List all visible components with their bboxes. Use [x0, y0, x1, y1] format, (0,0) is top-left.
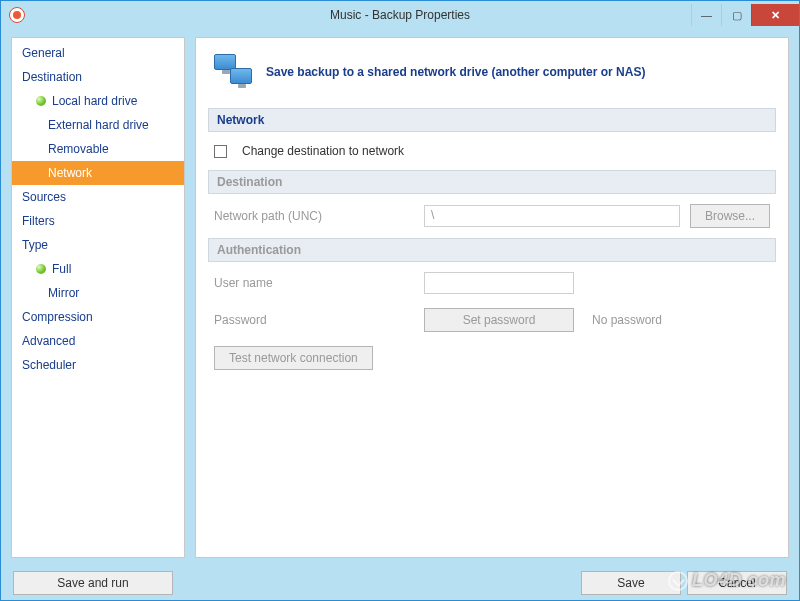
change-destination-row: Change destination to network [208, 138, 776, 164]
sidebar-item-type[interactable]: Type [12, 233, 184, 257]
network-path-input[interactable]: \ [424, 205, 680, 227]
network-path-row: Network path (UNC) \ Browse... [208, 200, 776, 232]
browse-button[interactable]: Browse... [690, 204, 770, 228]
sidebar-item-label: Advanced [22, 334, 75, 348]
set-password-button[interactable]: Set password [424, 308, 574, 332]
password-row: Password Set password No password [208, 304, 776, 336]
sidebar-item-sources[interactable]: Sources [12, 185, 184, 209]
sidebar-item-label: Full [52, 262, 71, 276]
sidebar-item-external-hard-drive[interactable]: External hard drive [12, 113, 184, 137]
titlebar: Music - Backup Properties — ▢ ✕ [1, 1, 799, 29]
sidebar-item-label: Mirror [48, 286, 79, 300]
sidebar-item-label: External hard drive [48, 118, 149, 132]
watermark-icon [668, 571, 688, 591]
sidebar-item-label: Scheduler [22, 358, 76, 372]
sidebar-item-removable[interactable]: Removable [12, 137, 184, 161]
sidebar-item-label: Type [22, 238, 48, 252]
sidebar-item-advanced[interactable]: Advanced [12, 329, 184, 353]
test-connection-button[interactable]: Test network connection [214, 346, 373, 370]
save-and-run-button[interactable]: Save and run [13, 571, 173, 595]
test-connection-row: Test network connection [208, 342, 776, 374]
app-icon [9, 7, 25, 23]
sidebar-item-full[interactable]: Full [12, 257, 184, 281]
sidebar-item-label: Sources [22, 190, 66, 204]
minimize-button[interactable]: — [691, 4, 721, 26]
watermark: LO4D.com [668, 570, 786, 591]
panel-header: Save backup to a shared network drive (a… [208, 46, 776, 102]
panel-header-text: Save backup to a shared network drive (a… [266, 65, 645, 79]
maximize-button[interactable]: ▢ [721, 4, 751, 26]
sidebar-item-label: Network [48, 166, 92, 180]
username-row: User name [208, 268, 776, 298]
password-label: Password [214, 313, 414, 327]
no-password-text: No password [592, 313, 662, 327]
close-button[interactable]: ✕ [751, 4, 799, 26]
section-auth-header: Authentication [208, 238, 776, 262]
section-network-header: Network [208, 108, 776, 132]
sidebar-item-label: Removable [48, 142, 109, 156]
bullet-icon [36, 96, 46, 106]
sidebar-item-label: Compression [22, 310, 93, 324]
change-destination-checkbox[interactable] [214, 145, 227, 158]
sidebar: General Destination Local hard drive Ext… [11, 37, 185, 558]
sidebar-item-label: Local hard drive [52, 94, 137, 108]
sidebar-item-general[interactable]: General [12, 41, 184, 65]
watermark-text: LO4D.com [692, 570, 786, 591]
save-button[interactable]: Save [581, 571, 681, 595]
sidebar-item-compression[interactable]: Compression [12, 305, 184, 329]
sidebar-item-label: General [22, 46, 65, 60]
window-title: Music - Backup Properties [1, 8, 799, 22]
main-panel: Save backup to a shared network drive (a… [195, 37, 789, 558]
sidebar-item-label: Destination [22, 70, 82, 84]
sidebar-item-network[interactable]: Network [12, 161, 184, 185]
bullet-icon [36, 264, 46, 274]
network-path-label: Network path (UNC) [214, 209, 414, 223]
section-destination-header: Destination [208, 170, 776, 194]
username-label: User name [214, 276, 414, 290]
change-destination-label: Change destination to network [242, 144, 404, 158]
network-computers-icon [212, 52, 254, 92]
backup-properties-window: Music - Backup Properties — ▢ ✕ General … [0, 0, 800, 601]
sidebar-item-filters[interactable]: Filters [12, 209, 184, 233]
content-area: General Destination Local hard drive Ext… [1, 29, 799, 566]
sidebar-item-mirror[interactable]: Mirror [12, 281, 184, 305]
username-input[interactable] [424, 272, 574, 294]
sidebar-item-destination[interactable]: Destination [12, 65, 184, 89]
sidebar-item-local-hard-drive[interactable]: Local hard drive [12, 89, 184, 113]
window-controls: — ▢ ✕ [691, 4, 799, 26]
sidebar-item-scheduler[interactable]: Scheduler [12, 353, 184, 377]
sidebar-item-label: Filters [22, 214, 55, 228]
